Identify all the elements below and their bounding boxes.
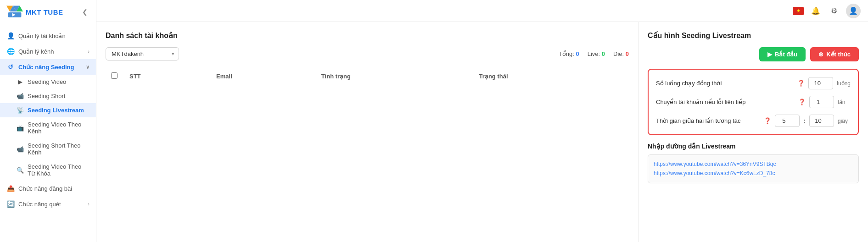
stat-tong-label: Tổng:: [559, 50, 574, 57]
main-content: ★ 🔔 ⚙ 👤 Danh sách tài khoản MKTdakenh ▾: [96, 0, 868, 242]
time-separator: :: [803, 117, 806, 125]
flag-star: ★: [796, 8, 801, 13]
channel-select[interactable]: MKTdakenh: [106, 47, 179, 60]
stop-button-label: Kết thúc: [826, 51, 851, 58]
nav-label-seeding-video: Seeding Video: [28, 78, 66, 85]
short-icon: 📹: [17, 93, 24, 99]
seeding-icon: ↺: [6, 63, 15, 71]
chevron-right-icon-2: ›: [88, 201, 90, 207]
url-section-label: Nhập đường dẫn Livestream: [648, 143, 859, 150]
nav-label-quan-ly-kenh: Quản lý kênh: [18, 48, 84, 55]
sidebar-item-seeding-video-theo-kenh[interactable]: 📺 Seeding Video Theo Kênh: [0, 117, 96, 138]
sidebar-item-quan-ly-tai-khoan[interactable]: 👤 Quản lý tài khoản: [0, 28, 96, 44]
play-btn-icon: ▶: [767, 51, 772, 58]
config-row-concurrent: Số luồng chạy đồng thời ❓ luồng: [656, 77, 851, 89]
switch-input[interactable]: [809, 96, 834, 108]
left-panel-title: Danh sách tài khoản: [106, 31, 629, 40]
stat-live-value: 0: [602, 50, 605, 57]
channel-short-icon: 📹: [17, 146, 24, 153]
chevron-right-icon: ›: [88, 49, 90, 54]
bell-icon: 🔔: [811, 6, 820, 15]
stat-die-label: Die:: [613, 50, 624, 57]
nav-label-chuc-nang-seeding: Chức năng Seeding: [18, 64, 82, 71]
keyword-video-icon: 🔍: [17, 167, 24, 174]
nav-label-seeding-video-theo-kenh: Seeding Video Theo Kênh: [28, 121, 90, 135]
url-box: https://www.youtube.com/watch?v=36YnV9ST…: [648, 154, 859, 183]
url-section: Nhập đường dẫn Livestream https://www.yo…: [648, 143, 859, 183]
start-button-label: Bắt đầu: [775, 51, 797, 58]
right-panel: Cấu hình Seeding Livestream ▶ Bắt đầu ⊗ …: [638, 22, 868, 242]
table-header-checkbox: [106, 68, 124, 85]
sidebar-logo: MKT TUBE ❮: [0, 0, 96, 24]
stop-btn-icon: ⊗: [818, 51, 823, 58]
content-area: Danh sách tài khoản MKTdakenh ▾ Tổng: 0 …: [96, 22, 868, 242]
sidebar-item-seeding-short-theo-kenh[interactable]: 📹 Seeding Short Theo Kênh: [0, 138, 96, 160]
sidebar-item-chuc-nang-quet[interactable]: 🔄 Chức năng quét ›: [0, 196, 96, 212]
stat-tong: Tổng: 0: [559, 50, 579, 57]
nav-label-seeding-video-theo-tu-khoa: Seeding Video Theo Từ Khóa: [28, 163, 90, 177]
time-label: Thời gian giữa hai lần tương tác: [656, 117, 758, 124]
sidebar-item-seeding-video-theo-tu-khoa[interactable]: 🔍 Seeding Video Theo Từ Khóa: [0, 160, 96, 181]
sidebar-item-seeding-livestream[interactable]: 📡 Seeding Livestream: [0, 103, 96, 117]
stat-tong-value: 0: [576, 50, 579, 57]
config-box: Số luồng chạy đồng thời ❓ luồng Chuyển t…: [648, 69, 859, 135]
sidebar: MKT TUBE ❮ 👤 Quản lý tài khoản 🌐 Quản lý…: [0, 0, 96, 242]
sidebar-nav: 👤 Quản lý tài khoản 🌐 Quản lý kênh › ↺ C…: [0, 24, 96, 242]
stat-live: Live: 0: [588, 50, 605, 57]
switch-unit: lần: [838, 99, 851, 105]
stat-die: Die: 0: [613, 50, 629, 57]
concurrent-label: Số luồng chạy đồng thời: [656, 80, 792, 87]
user-icon: 👤: [6, 32, 15, 39]
select-all-checkbox[interactable]: [111, 72, 118, 79]
sidebar-item-seeding-short[interactable]: 📹 Seeding Short: [0, 89, 96, 103]
switch-label: Chuyển tài khoản nếu lỗi liên tiếp: [656, 99, 793, 105]
table-header-email: Email: [211, 68, 316, 85]
flag-vietnam: ★: [793, 7, 804, 15]
url-line-2: https://www.youtube.com/watch?v=Kc6wLzD_…: [654, 169, 853, 178]
concurrent-unit: luồng: [837, 80, 851, 87]
avatar-icon: 👤: [849, 6, 858, 15]
concurrent-input[interactable]: [808, 77, 833, 89]
nav-label-chuc-nang-dang-bai: Chức năng đăng bài: [18, 185, 90, 192]
nav-label-seeding-short: Seeding Short: [28, 93, 65, 99]
url-line-1: https://www.youtube.com/watch?v=36YnV9ST…: [654, 160, 853, 169]
stats-row: Tổng: 0 Live: 0 Die: 0: [559, 50, 629, 57]
topbar: ★ 🔔 ⚙ 👤: [96, 0, 868, 22]
time-help-icon[interactable]: ❓: [764, 117, 771, 124]
config-title: Cấu hình Seeding Livestream: [648, 31, 859, 40]
time-input-1[interactable]: [775, 115, 800, 127]
logo-text: MKT TUBE: [26, 8, 63, 16]
left-panel: Danh sách tài khoản MKTdakenh ▾ Tổng: 0 …: [96, 22, 638, 242]
config-row-switch: Chuyển tài khoản nếu lỗi liên tiếp ❓ lần: [656, 96, 851, 108]
user-avatar-button[interactable]: 👤: [846, 4, 861, 18]
sidebar-item-quan-ly-kenh[interactable]: 🌐 Quản lý kênh ›: [0, 44, 96, 59]
time-input-2[interactable]: [809, 115, 834, 127]
nav-label-seeding-livestream: Seeding Livestream: [28, 107, 84, 114]
concurrent-help-icon[interactable]: ❓: [797, 80, 805, 87]
nav-label-seeding-short-theo-kenh: Seeding Short Theo Kênh: [28, 142, 90, 156]
channel-video-icon: 📺: [17, 125, 24, 132]
logo-icon: [6, 6, 23, 18]
scan-icon: 🔄: [6, 200, 15, 208]
settings-button[interactable]: ⚙: [828, 5, 840, 17]
stat-live-label: Live:: [588, 50, 600, 57]
action-buttons: ▶ Bắt đầu ⊗ Kết thúc: [648, 47, 859, 61]
notification-bell-button[interactable]: 🔔: [809, 5, 822, 17]
sidebar-item-seeding-video[interactable]: ▶ Seeding Video: [0, 75, 96, 89]
stat-die-value: 0: [626, 50, 629, 57]
table-header-trang-thai: Trạng thái: [474, 68, 629, 85]
table-header-row: STT Email Tình trạng Trạng thái: [106, 68, 629, 85]
sidebar-collapse-button[interactable]: ❮: [80, 7, 90, 16]
stop-button[interactable]: ⊗ Kết thúc: [810, 47, 859, 61]
livestream-icon: 📡: [17, 107, 24, 114]
nav-label-chuc-nang-quet: Chức năng quét: [18, 201, 84, 208]
switch-help-icon[interactable]: ❓: [798, 99, 806, 105]
sidebar-item-chuc-nang-dang-bai[interactable]: 📤 Chức năng đăng bài: [0, 181, 96, 196]
start-button[interactable]: ▶ Bắt đầu: [759, 47, 806, 61]
table-header-tinh-trang: Tình trạng: [316, 68, 474, 85]
sidebar-item-chuc-nang-seeding[interactable]: ↺ Chức năng Seeding ∨: [0, 59, 96, 75]
table-header-stt: STT: [124, 68, 211, 85]
post-icon: 📤: [6, 185, 15, 192]
gear-icon: ⚙: [831, 6, 837, 15]
toolbar-row: MKTdakenh ▾ Tổng: 0 Live: 0 Die:: [106, 47, 629, 60]
